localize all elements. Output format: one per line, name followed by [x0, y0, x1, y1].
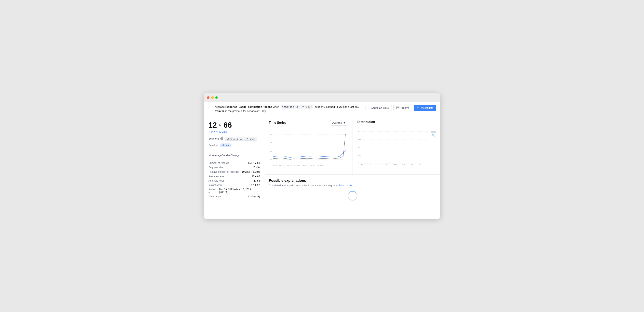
alert-middle3: in the last day: [342, 105, 359, 108]
charts-row: Time Series Average ▼ 80 60 40 20: [265, 116, 440, 175]
svg-text:140: 140: [378, 164, 380, 166]
distribution-svg: 0.6 0.45 0.3 0.15 0 10: [358, 126, 430, 170]
change-delta: ↑ 54: [208, 130, 214, 133]
stats-row: Relative number of records: 10.24% ▸ 5.1…: [208, 170, 260, 174]
aggregate-label: Average: [332, 121, 342, 124]
minimize-button[interactable]: [211, 96, 214, 99]
stats-value: Mar 19, 2023 – Mar 20, 2023 (+00:00): [219, 188, 260, 194]
stats-value: 13.53: [254, 179, 260, 182]
stats-label: Relative number of records:: [208, 171, 239, 173]
segment-value: template_id: "A-142": [225, 137, 257, 141]
detector-label: ↗ AverageSuddenChange: [208, 153, 260, 157]
svg-text:14/03/23: 14/03/23: [310, 165, 315, 166]
read-more-link[interactable]: Read more: [339, 184, 352, 187]
stats-value: 16.49k: [252, 166, 260, 169]
detector-icon: ↗: [208, 153, 211, 157]
main-content: 12 ► 66 ↑ 54 • +443.24% Segment i templa…: [204, 116, 440, 219]
segment-row: Segment i template_id: "A-142": [208, 137, 260, 141]
add-to-issue-label: Add to an issue: [371, 106, 389, 109]
stats-row: Insight score: 1736.97: [208, 183, 260, 187]
baseline-value: all data: [220, 143, 232, 147]
alert-prefix: Average: [215, 105, 225, 108]
time-series-header: Time Series Average ▼: [269, 120, 348, 125]
stats-label: Number of records:: [208, 162, 230, 164]
archive-label: Archive: [401, 106, 409, 109]
aggregate-select[interactable]: Average ▼: [330, 120, 348, 125]
time-series-section: Time Series Average ▼ 80 60 40 20: [269, 120, 353, 175]
change-pct: • +443.24%: [214, 130, 227, 133]
dist-controls: ⋮ 🔍: [431, 126, 436, 138]
detector-name: AverageSuddenChange: [212, 154, 240, 157]
svg-text:249: 249: [402, 164, 404, 166]
stats-row: Number of records: 608.4 ▸ 63: [208, 161, 260, 165]
archive-icon: 💾: [396, 106, 400, 109]
from-value: 12: [208, 121, 217, 129]
svg-text:0.3: 0.3: [358, 147, 360, 148]
right-area: Time Series Average ▼ 80 60 40 20: [265, 116, 440, 219]
svg-text:279: 279: [394, 164, 396, 166]
svg-text:0.15: 0.15: [358, 155, 360, 157]
segment-info-icon[interactable]: i: [220, 137, 223, 140]
zoom-control[interactable]: 🔍: [431, 132, 436, 138]
stats-label: Active on:: [208, 188, 219, 194]
svg-text:19/03/23: 19/03/23: [317, 165, 322, 166]
alert-middle2: suddenly jumped: [315, 105, 336, 108]
stats-label: Average value:: [208, 175, 225, 178]
alert-from-value: 12: [222, 109, 224, 112]
alert-to-value: to 66: [336, 105, 342, 108]
svg-text:10/03/23: 10/03/23: [302, 165, 307, 166]
arrow-icon: ►: [218, 122, 222, 128]
time-series-svg: 80 60 40 20 0: [269, 128, 348, 171]
svg-text:22/02/23: 22/02/23: [272, 165, 277, 166]
top-actions: + Add to an issue 💾 Archive 🔍 Investigat…: [366, 105, 436, 111]
archive-button[interactable]: 💾 Archive: [393, 105, 412, 111]
svg-text:0: 0: [358, 162, 358, 164]
main-window: ← Average response_usage_completion_toke…: [204, 93, 440, 219]
stats-row: Active on: Mar 19, 2023 – Mar 20, 2023 (…: [208, 187, 260, 194]
change-badge: ↑ 54 • +443.24%: [208, 130, 260, 133]
stats-row: Anomaly level: 13.53: [208, 179, 260, 183]
stats-row: Segment size: 16.49k: [208, 165, 260, 170]
to-value: 66: [224, 121, 232, 129]
divider: [208, 150, 260, 150]
alert-suffix: in the previous 27 periods of 1 day.: [225, 109, 266, 112]
investigate-button[interactable]: 🔍 Investigate: [414, 105, 436, 111]
value-display: 12 ► 66: [208, 121, 260, 129]
baseline-row: Baseline all data: [208, 143, 260, 147]
stats-label: Time range:: [208, 195, 222, 198]
alert-tag: template_id: "A-142": [280, 105, 314, 109]
svg-text:80: 80: [270, 134, 272, 135]
loading-spinner: [348, 191, 358, 201]
title-bar: [204, 93, 440, 102]
explanations-title: Possible explanations: [269, 179, 436, 183]
time-series-chart: 80 60 40 20 0: [269, 128, 348, 171]
explanations-section: Possible explanations Correlated metrics…: [265, 175, 440, 209]
svg-text:60: 60: [270, 142, 272, 144]
back-button[interactable]: ←: [208, 105, 213, 109]
stats-label: Anomaly level:: [208, 179, 224, 182]
stats-label: Segment size:: [208, 166, 224, 169]
svg-text:0.45: 0.45: [358, 138, 360, 140]
svg-text:02/03/23: 02/03/23: [287, 165, 292, 166]
stats-value: 608.4 ▸ 63: [248, 162, 260, 164]
alert-middle1: when: [273, 105, 279, 108]
left-panel: 12 ► 66 ↑ 54 • +443.24% Segment i templa…: [204, 116, 265, 219]
alert-description: Average response_usage_completion_tokens…: [215, 105, 364, 113]
svg-text:210: 210: [386, 164, 388, 166]
svg-text:06/03/23: 06/03/23: [294, 165, 300, 166]
add-to-issue-button[interactable]: + Add to an issue: [366, 105, 392, 111]
stats-label: Insight score:: [208, 184, 223, 187]
stats-table: Number of records: 608.4 ▸ 63 Segment si…: [208, 161, 260, 199]
explanations-subtitle: Correlated metrics with anomalies in the…: [269, 184, 436, 187]
close-button[interactable]: [207, 96, 210, 99]
svg-text:499: 499: [418, 164, 421, 166]
stats-value: 12 ▸ 66: [252, 175, 260, 178]
svg-text:80: 80: [370, 164, 371, 166]
split-control[interactable]: ⋮: [431, 126, 436, 132]
stats-value: 1 day (x28): [248, 195, 260, 198]
stats-value: 1736.97: [251, 184, 260, 187]
alert-from-label: from: [215, 109, 221, 112]
top-bar: ← Average response_usage_completion_toke…: [204, 102, 440, 116]
maximize-button[interactable]: [215, 96, 218, 99]
add-to-issue-icon: +: [368, 106, 370, 109]
